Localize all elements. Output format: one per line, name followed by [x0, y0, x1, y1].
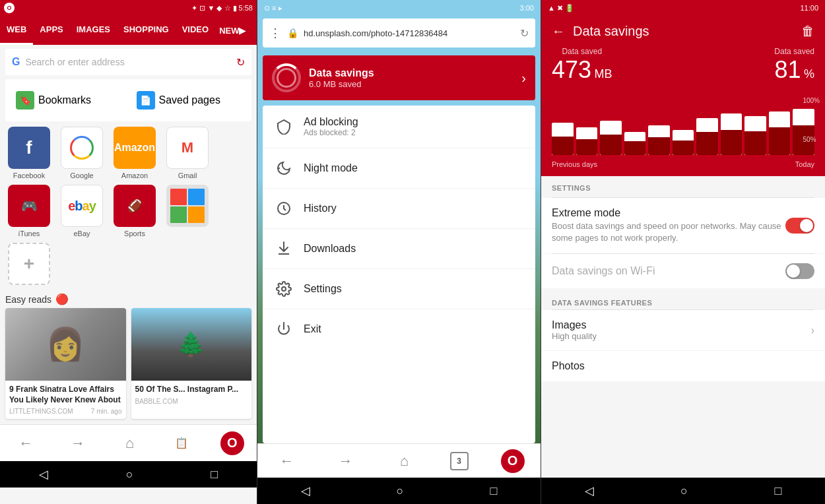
ds-stat-pct: Data saved 81 % — [774, 47, 814, 84]
url-text[interactable]: hd.unsplash.com/photo-14712836484 — [304, 28, 515, 38]
easy-reads-label: Easy reads — [5, 294, 51, 305]
status-icons-3: ▲ ✖ 🔋 — [548, 4, 574, 13]
sys-back[interactable]: ◁ — [39, 467, 48, 482]
search-input[interactable]: Search or enter address — [25, 57, 231, 67]
speed-dial-amazon[interactable]: Amazon Amazon — [111, 127, 158, 179]
url-menu-dots[interactable]: ⋮ — [269, 26, 282, 40]
menu-item-settings[interactable]: Settings — [263, 269, 535, 309]
opera-icon: O — [4, 3, 15, 13]
back-btn-2[interactable]: ← — [274, 448, 300, 474]
amazon-label: Amazon — [121, 172, 148, 179]
speed-dial-tiles[interactable] — [164, 185, 211, 237]
system-nav-2: ◁ ○ □ — [257, 478, 541, 504]
chart-pct-labels: 100% 50% — [803, 97, 820, 143]
exit-title: Exit — [304, 323, 523, 335]
chart-bar-0 — [552, 102, 574, 155]
speed-dial-itunes[interactable]: 🎮 iTunes — [5, 185, 53, 237]
phone1: O ✦ ⊡ ▼ ◆ ☆ ▮ 5:58 WEB APPS IMAGES SHOPP… — [0, 0, 257, 504]
saved-pages-btn[interactable]: 📄 Saved pages — [131, 84, 247, 116]
wifi-savings-toggle[interactable] — [785, 263, 814, 279]
sys-home[interactable]: ○ — [126, 468, 133, 482]
images-title: Images — [552, 319, 811, 331]
features-images[interactable]: Images High quality › — [541, 310, 825, 351]
ds-trash-btn[interactable]: 🗑 — [801, 24, 814, 39]
sys-recent[interactable]: □ — [211, 468, 218, 482]
phone3: ▲ ✖ 🔋 11:00 ← Data savings 🗑 Data saved … — [541, 0, 825, 504]
ebay-icon: ebay — [61, 185, 103, 227]
data-savings-banner[interactable]: Data savings 6.0 MB saved › — [263, 55, 535, 100]
menu-item-night-mode[interactable]: Night mode — [263, 148, 535, 189]
tabs-btn[interactable]: 📋 — [168, 430, 195, 457]
ds-stat-pct-unit: % — [804, 67, 814, 80]
menu-item-downloads[interactable]: Downloads — [263, 229, 535, 269]
chart-bar-5 — [673, 102, 694, 155]
tab-shopping[interactable]: SHOPPING — [117, 16, 176, 45]
url-bar[interactable]: ⋮ 🔒 hd.unsplash.com/photo-14712836484 ↻ — [263, 18, 535, 47]
easy-reads-icon: 🔴 — [55, 293, 69, 305]
wifi-savings-item[interactable]: Data savings on Wi-Fi — [541, 254, 825, 288]
status-bar-2: ⊙ ≡ ▸ 3:00 — [257, 0, 541, 16]
url-refresh-icon[interactable]: ↻ — [520, 27, 529, 40]
extreme-mode-item[interactable]: Extreme mode Boost data savings and spee… — [541, 198, 825, 253]
system-nav-1: ◁ ○ □ — [0, 461, 257, 488]
sys-recent-2[interactable]: □ — [490, 484, 498, 498]
facebook-icon: f — [8, 127, 50, 169]
sys-back-2[interactable]: ◁ — [301, 484, 310, 498]
sys-home-3[interactable]: ○ — [680, 484, 688, 498]
tab-apps[interactable]: APPS — [33, 16, 69, 45]
sys-home-2[interactable]: ○ — [397, 484, 404, 498]
sys-back-3[interactable]: ◁ — [585, 484, 594, 498]
menu-item-history[interactable]: History — [263, 189, 535, 229]
article-sinatra-title: 9 Frank Sinatra Love Affairs You Likely … — [9, 385, 122, 405]
status-bar-1: O ✦ ⊡ ▼ ◆ ☆ ▮ 5:58 — [0, 0, 257, 16]
search-bar[interactable]: G Search or enter address ↻ — [5, 49, 251, 75]
ds-back-btn[interactable]: ← — [552, 24, 565, 39]
ad-blocking-title: Ad blocking — [304, 116, 523, 128]
menu-item-exit[interactable]: Exit — [263, 309, 535, 349]
tab-video[interactable]: VIDEO — [176, 16, 215, 45]
speed-dial-add[interactable]: + — [5, 243, 53, 288]
chart-bar-4 — [648, 102, 670, 155]
forward-btn[interactable]: → — [65, 430, 91, 457]
chart-bar-3 — [624, 102, 646, 155]
speed-dial-facebook[interactable]: f Facebook — [5, 127, 53, 179]
article-instagram[interactable]: 🌲 50 Of The S... Instagram P... BABBLE.C… — [131, 308, 252, 419]
article-instagram-source: BABBLE.COM — [135, 398, 248, 405]
ds-page-title: Data savings — [573, 24, 793, 39]
speed-dial-ebay[interactable]: ebay eBay — [58, 185, 106, 237]
chart-labels: Previous days Today — [541, 160, 825, 176]
menu-item-ad-blocking[interactable]: Ad blocking Ads blocked: 2 — [263, 106, 535, 148]
refresh-icon[interactable]: ↻ — [236, 56, 245, 69]
nav-tabs: WEB APPS IMAGES SHOPPING VIDEO NEW▶ — [0, 16, 257, 45]
sports-label: Sports — [124, 230, 145, 237]
article-sinatra[interactable]: 👩 9 Frank Sinatra Love Affairs You Likel… — [5, 308, 126, 419]
svg-point-3 — [282, 287, 286, 291]
ds-arrow-icon: › — [521, 71, 526, 86]
saved-pages-label: Saved pages — [159, 94, 220, 106]
tab-images[interactable]: IMAGES — [70, 16, 117, 45]
opera-menu-btn[interactable]: O — [220, 431, 244, 455]
speed-dial-google[interactable]: Google — [58, 127, 106, 179]
sys-recent-3[interactable]: □ — [774, 484, 781, 498]
home-btn[interactable]: ⌂ — [116, 430, 143, 457]
wifi-savings-title: Data savings on Wi-Fi — [552, 265, 785, 277]
features-photos[interactable]: Photos — [541, 351, 825, 381]
speed-dial-sports[interactable]: 🏈 Sports — [111, 185, 158, 237]
chart-bar-2 — [600, 102, 622, 155]
gmail-label: Gmail — [178, 172, 197, 179]
tiles-icon — [166, 185, 209, 227]
article-sinatra-source: LITTLETHINGS.COM 7 min. ago — [9, 408, 122, 415]
chart-label-today: Today — [795, 160, 814, 168]
speed-dial-gmail[interactable]: M Gmail — [164, 127, 211, 179]
tab-count[interactable]: 3 — [450, 452, 469, 470]
chart-bar-8 — [744, 102, 766, 155]
extreme-mode-toggle[interactable] — [785, 218, 814, 234]
time-1: 5:58 — [239, 4, 253, 12]
bookmarks-btn[interactable]: 🔖 Bookmarks — [11, 84, 126, 116]
opera-btn-2[interactable]: O — [501, 449, 525, 473]
tab-more[interactable]: NEW▶ — [215, 26, 249, 36]
back-btn[interactable]: ← — [13, 430, 39, 457]
forward-btn-2[interactable]: → — [333, 448, 359, 474]
home-btn-2[interactable]: ⌂ — [391, 448, 418, 474]
tab-web[interactable]: WEB — [0, 16, 33, 45]
